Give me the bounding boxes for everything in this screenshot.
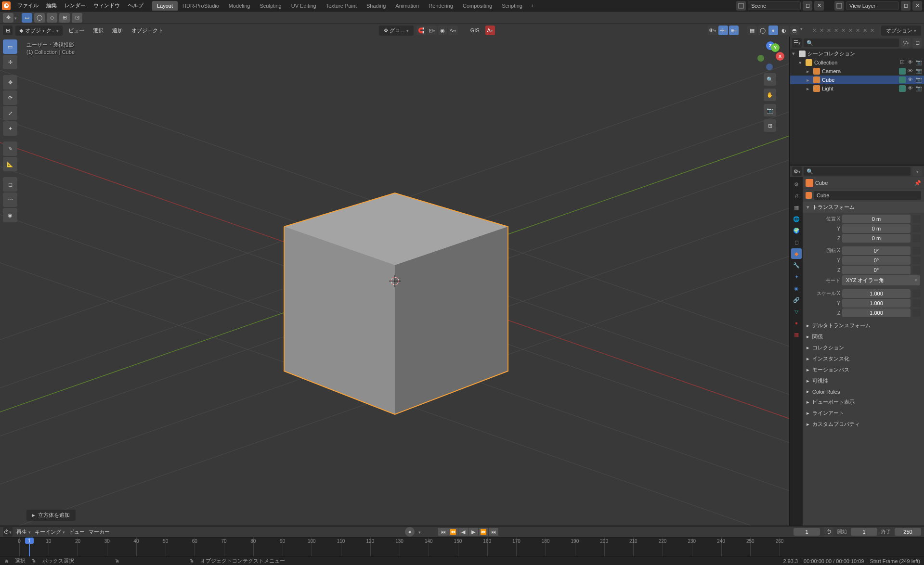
panel-line-art[interactable]: ▸ラインアート — [803, 408, 924, 419]
timeline-play-menu[interactable]: 再生 — [16, 528, 31, 536]
scale-y-input[interactable]: 1.000 — [842, 299, 911, 308]
header-select[interactable]: 選択 — [90, 26, 106, 36]
tab-add-button[interactable]: + — [527, 1, 538, 11]
close-x-icon[interactable]: ✕ — [847, 27, 854, 34]
outliner-tree[interactable]: ▾ シーンコレクション ▾ Collection ☑👁📷 ▸ Camera 👁📷… — [790, 49, 924, 165]
eye-icon[interactable]: 👁 — [908, 85, 914, 92]
playhead[interactable]: 1 — [29, 538, 30, 556]
properties-editor-icon[interactable]: ⚙ — [792, 167, 802, 176]
tab-uvediting[interactable]: UV Editing — [286, 1, 321, 11]
tool-extra-1[interactable]: 〰 — [3, 193, 17, 207]
timeline-track[interactable]: 0102030405060708090100110120130140150160… — [0, 537, 924, 556]
tab-modifier[interactable]: 🔧 — [791, 260, 802, 270]
location-x-input[interactable]: 0 m — [842, 215, 911, 223]
eye-icon[interactable]: 👁 — [908, 68, 914, 75]
disclosure-icon[interactable]: ▸ — [807, 68, 811, 75]
select-box-icon[interactable]: ▭ — [22, 13, 32, 23]
breadcrumb-object[interactable]: Cube — [815, 180, 828, 186]
tool-transform[interactable]: ✦ — [3, 121, 17, 136]
disclosure-icon[interactable]: ▸ — [807, 77, 811, 83]
xray-icon[interactable]: ▦ — [747, 26, 757, 35]
tab-texture[interactable]: ▦ — [791, 329, 802, 340]
tab-material[interactable]: ● — [791, 318, 802, 328]
rotation-x-input[interactable]: 0° — [842, 246, 911, 255]
rotation-y-input[interactable]: 0° — [842, 256, 911, 265]
tab-collection[interactable]: ◻ — [791, 237, 802, 247]
tool-measure[interactable]: 📐 — [3, 157, 17, 171]
outliner-collection[interactable]: ▾ Collection ☑👁📷 — [790, 58, 924, 67]
jump-prev-key-button[interactable]: ⏪ — [448, 528, 458, 536]
close-x-icon[interactable]: ✕ — [811, 27, 818, 34]
tool-annotate[interactable]: ✎ — [3, 141, 17, 156]
lock-icon[interactable] — [912, 215, 920, 223]
gizmo-visibility-icon[interactable]: ✛ — [718, 26, 728, 35]
render-icon[interactable]: 📷 — [915, 77, 922, 83]
rotation-z-input[interactable]: 0° — [842, 266, 911, 274]
tab-rendering[interactable]: Rendering — [424, 1, 458, 11]
object-name-input[interactable] — [814, 191, 921, 200]
tool-scale[interactable]: ⤢ — [3, 106, 17, 120]
options-popover[interactable]: オプション — [881, 26, 921, 36]
scene-new-icon[interactable]: ◻ — [803, 1, 812, 11]
panel-motion-paths[interactable]: ▸モーションパス — [803, 364, 924, 375]
rotation-mode-select[interactable]: XYZ オイラー角 — [842, 275, 920, 285]
panel-transform-header[interactable]: ▾トランスフォーム — [803, 202, 924, 213]
tool-extra-2[interactable]: ◉ — [3, 208, 17, 222]
tab-shading[interactable]: Shading — [362, 1, 390, 11]
close-x-icon[interactable]: ✕ — [855, 27, 861, 34]
timeline-editor-icon[interactable]: ⏱ — [3, 527, 13, 537]
mode-selector[interactable]: ◆ オブジェク.. — [15, 26, 63, 36]
wireframe-shading-icon[interactable]: ◯ — [758, 26, 768, 35]
tab-sculpting[interactable]: Sculpting — [255, 1, 286, 11]
select-tweak-icon[interactable]: ⊞ — [59, 13, 70, 23]
lock-icon[interactable] — [912, 290, 920, 297]
panel-delta-transform[interactable]: ▸デルタトランスフォーム — [803, 320, 924, 331]
tab-particle[interactable]: ✦ — [791, 271, 802, 282]
tab-mesh[interactable]: ▽ — [791, 306, 802, 317]
filter-visibility-icon[interactable]: 👁 — [708, 26, 717, 35]
close-x-icon[interactable]: ✕ — [869, 27, 875, 34]
scene-delete-icon[interactable]: ✕ — [814, 1, 824, 11]
tab-modeling[interactable]: Modeling — [224, 1, 255, 11]
eye-icon[interactable]: 👁 — [908, 77, 914, 83]
tab-animation[interactable]: Animation — [390, 1, 424, 11]
lock-icon[interactable] — [912, 266, 920, 274]
eye-icon[interactable]: 👁 — [908, 59, 914, 66]
scene-name-input[interactable] — [748, 1, 801, 10]
play-reverse-button[interactable]: ◀ — [458, 528, 468, 536]
tab-object[interactable]: ◆ — [791, 248, 802, 259]
viewlayer-browse-icon[interactable] — [834, 1, 844, 11]
close-x-icon[interactable]: ✕ — [826, 27, 832, 34]
header-view[interactable]: ビュー — [65, 26, 87, 36]
tab-hdrprostudio[interactable]: HDR-ProStudio — [178, 1, 224, 11]
lock-icon[interactable] — [912, 225, 920, 232]
render-icon[interactable]: 📷 — [915, 85, 922, 92]
menu-help[interactable]: ヘルプ — [124, 0, 147, 11]
close-x-icon[interactable]: ✕ — [862, 27, 868, 34]
play-button[interactable]: ▶ — [469, 528, 478, 536]
solid-shading-icon[interactable]: ● — [768, 26, 778, 35]
header-object[interactable]: オブジェクト — [129, 26, 166, 36]
lock-icon[interactable] — [912, 247, 920, 255]
viewlayer-delete-icon[interactable]: ✕ — [912, 1, 922, 11]
viewlayer-new-icon[interactable]: ◻ — [901, 1, 911, 11]
tab-output[interactable]: 🖨 — [791, 191, 802, 201]
start-frame-input[interactable]: 1 — [851, 528, 877, 536]
zoom-in-icon[interactable]: 🔍 — [764, 73, 776, 86]
header-add[interactable]: 追加 — [109, 26, 126, 36]
close-x-icon[interactable]: ✕ — [840, 27, 846, 34]
outliner-scene-collection[interactable]: ▾ シーンコレクション — [790, 49, 924, 58]
tool-move[interactable]: ✥ — [3, 75, 17, 90]
tool-cursor[interactable]: ✛ — [3, 55, 17, 69]
panel-visibility[interactable]: ▸可視性 — [803, 375, 924, 386]
outliner-item-cube[interactable]: ▸ Cube 👁📷 — [790, 76, 924, 84]
proportional-type-icon[interactable]: ∿ — [448, 26, 458, 35]
lock-icon[interactable] — [912, 299, 920, 307]
outliner-filter-icon[interactable]: ▽ — [901, 38, 911, 48]
material-shading-icon[interactable]: ◐ — [779, 26, 789, 35]
scale-z-input[interactable]: 1.000 — [842, 308, 911, 317]
tab-layout[interactable]: Layout — [152, 1, 178, 11]
menu-render[interactable]: レンダー — [61, 0, 90, 11]
autokey-icon[interactable]: A — [485, 26, 495, 35]
end-frame-input[interactable]: 250 — [895, 528, 921, 536]
